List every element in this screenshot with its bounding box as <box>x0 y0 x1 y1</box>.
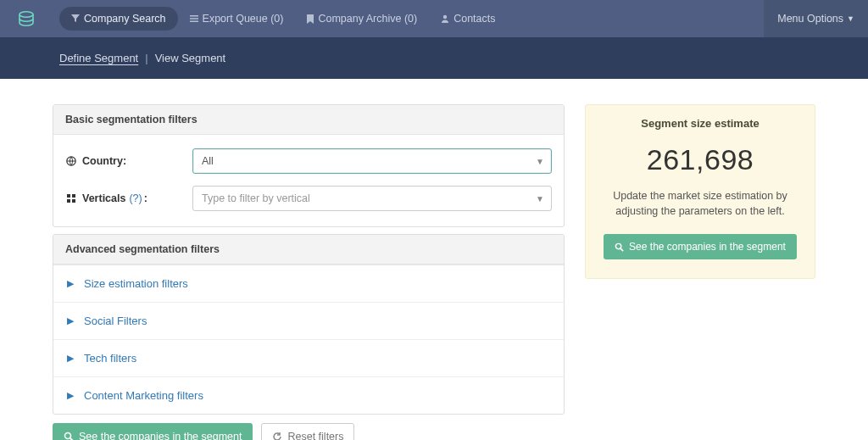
verticals-placeholder: Type to filter by vertical <box>202 192 310 204</box>
svg-rect-5 <box>67 199 70 203</box>
adv-item-label: Social Filters <box>84 315 147 327</box>
see-companies-button-side[interactable]: See the companies in the segment <box>604 234 797 259</box>
svg-point-7 <box>65 433 71 439</box>
action-buttons: See the companies in the segment Reset f… <box>53 423 565 440</box>
globe-icon <box>65 156 77 166</box>
nav-label: Contacts <box>453 13 495 25</box>
verticals-colon: : <box>144 192 147 204</box>
nav-label: Company Search <box>84 13 166 25</box>
verticals-label: Verticals (?) : <box>65 192 192 204</box>
bookmark-icon <box>307 14 314 24</box>
person-icon <box>441 14 449 23</box>
search-icon <box>615 242 624 252</box>
adv-item-label: Tech filters <box>84 352 136 365</box>
caret-down-icon: ▼ <box>847 14 854 23</box>
estimate-heading: Segment size estimate <box>601 117 799 130</box>
country-label: Country: <box>65 155 192 167</box>
right-column: Segment size estimate 261,698 Update the… <box>585 104 815 440</box>
caret-right-icon: ▶ <box>67 390 75 401</box>
menu-options-dropdown[interactable]: Menu Options ▼ <box>764 0 868 37</box>
verticals-help[interactable]: (?) <box>129 192 142 204</box>
svg-line-10 <box>620 248 623 251</box>
basic-filters-panel: Basic segmentation filters Country: All … <box>53 104 565 227</box>
advanced-filters-heading: Advanced segmentation filters <box>53 235 564 265</box>
svg-rect-6 <box>72 199 75 203</box>
nav-label: Company Archive (0) <box>318 13 417 25</box>
caret-right-icon: ▶ <box>67 315 75 326</box>
page-content: Basic segmentation filters Country: All … <box>0 79 868 440</box>
button-label: Reset filters <box>287 431 343 440</box>
adv-item-label: Content Marketing filters <box>84 389 203 402</box>
button-label: See the companies in the segment <box>629 241 786 253</box>
country-label-text: Country: <box>82 155 126 167</box>
verticals-row: Verticals (?) : Type to filter by vertic… <box>65 186 552 211</box>
country-value: All <box>202 155 214 167</box>
reset-filters-button[interactable]: Reset filters <box>261 423 354 440</box>
stack-logo-icon <box>16 8 36 29</box>
adv-item-content-marketing[interactable]: ▶ Content Marketing filters <box>53 377 564 414</box>
nav-separator: | <box>145 52 147 64</box>
country-select[interactable]: All ▼ <box>192 148 552 174</box>
app-logo[interactable] <box>0 0 53 37</box>
nav-company-archive[interactable]: Company Archive (0) <box>295 7 429 31</box>
country-row: Country: All ▼ <box>65 148 552 174</box>
nav-export-queue[interactable]: Export Queue (0) <box>178 7 296 31</box>
left-column: Basic segmentation filters Country: All … <box>53 104 565 440</box>
nav-company-search[interactable]: Company Search <box>59 7 178 31</box>
adv-item-social[interactable]: ▶ Social Filters <box>53 303 564 340</box>
advanced-filters-panel: Advanced segmentation filters ▶ Size est… <box>53 234 565 415</box>
verticals-input[interactable]: Type to filter by vertical ▼ <box>192 186 552 211</box>
tab-define-segment[interactable]: Define Segment <box>59 52 138 64</box>
caret-right-icon: ▶ <box>67 278 75 289</box>
caret-right-icon: ▶ <box>67 353 75 364</box>
chevron-down-icon: ▼ <box>536 194 544 203</box>
svg-point-1 <box>443 15 447 19</box>
search-icon <box>64 432 74 440</box>
segment-estimate-card: Segment size estimate 261,698 Update the… <box>585 104 815 279</box>
adv-item-tech[interactable]: ▶ Tech filters <box>53 340 564 377</box>
nav-contacts[interactable]: Contacts <box>429 7 507 31</box>
see-companies-button[interactable]: See the companies in the segment <box>53 423 253 440</box>
adv-item-label: Size estimation filters <box>84 277 188 290</box>
sub-navbar: Define Segment | View Segment <box>0 37 868 79</box>
button-label: See the companies in the segment <box>79 431 242 440</box>
adv-item-size-estimation[interactable]: ▶ Size estimation filters <box>53 265 564 303</box>
svg-rect-4 <box>72 194 75 198</box>
top-navbar: Company Search Export Queue (0) Company … <box>0 0 868 37</box>
estimate-description: Update the market size estimation by adj… <box>606 188 794 219</box>
svg-point-0 <box>19 12 33 17</box>
menu-options-label: Menu Options <box>777 13 843 25</box>
nav-label: Export Queue (0) <box>203 13 284 25</box>
refresh-icon <box>272 432 282 440</box>
grid-icon <box>65 193 77 203</box>
tab-view-segment[interactable]: View Segment <box>155 52 226 64</box>
primary-nav: Company Search Export Queue (0) Company … <box>53 7 764 31</box>
chevron-down-icon: ▼ <box>536 157 544 166</box>
svg-rect-3 <box>67 194 70 198</box>
list-icon <box>190 14 198 23</box>
svg-point-9 <box>615 243 620 248</box>
estimate-value: 261,698 <box>601 143 799 176</box>
verticals-label-text: Verticals <box>82 192 125 204</box>
filter-icon <box>71 14 80 23</box>
basic-filters-heading: Basic segmentation filters <box>53 105 564 135</box>
